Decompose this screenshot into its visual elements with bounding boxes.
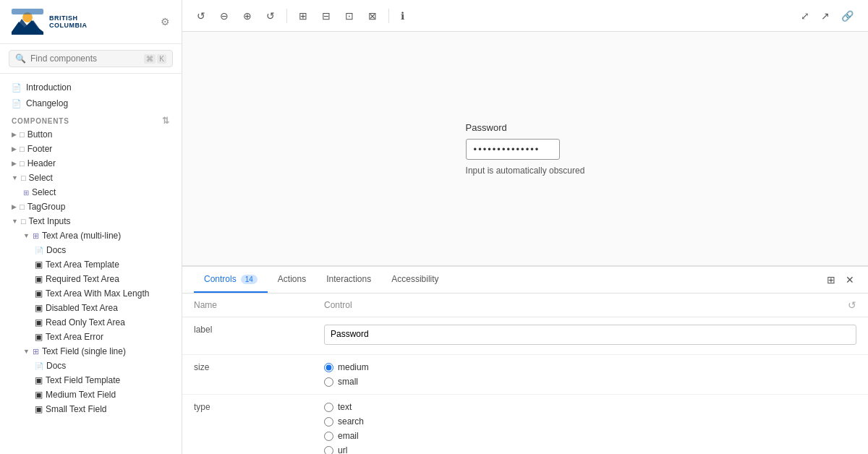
sidebar-subitem-textarea-maxlength[interactable]: ▣ Text Area With Max Length: [23, 286, 182, 301]
tab-controls[interactable]: Controls 14: [194, 267, 268, 293]
grid-view-icon[interactable]: ⊞: [825, 272, 838, 288]
preview-field-label: Password: [466, 122, 507, 133]
external-link-icon[interactable]: ↗: [818, 7, 833, 25]
table-row: type text search: [182, 395, 868, 455]
table-row: label Password: [182, 317, 868, 355]
preview-content: Password Input is automatically obscured: [466, 122, 585, 176]
control-name-size: size: [182, 355, 312, 395]
sidebar: BRITISH COLUMBIA ⚙ 🔍 ⌘ K 📄 Introduction …: [0, 0, 182, 454]
toolbar-separator: [286, 9, 287, 23]
sidebar-subitem-medium-textfield[interactable]: ▣ Medium Text Field: [23, 387, 182, 402]
chevron-right-icon: ▶: [12, 131, 17, 138]
search-input[interactable]: [30, 53, 140, 64]
logo: BRITISH COLUMBIA: [12, 9, 88, 35]
zoom-in-icon[interactable]: ⊕: [240, 7, 255, 25]
link-icon[interactable]: 🔗: [838, 7, 856, 25]
sidebar-item-introduction[interactable]: 📄 Introduction: [0, 80, 182, 95]
table-row: size medium small: [182, 355, 868, 395]
sidebar-item-select[interactable]: ▼ □ Select: [0, 171, 182, 185]
sidebar-subitem-readonly-textarea[interactable]: ▣ Read Only Text Area: [23, 315, 182, 330]
tab-actions[interactable]: Actions: [268, 267, 316, 293]
type-radio-text[interactable]: [324, 403, 333, 412]
search-input-wrap[interactable]: 🔍 ⌘ K: [9, 50, 173, 67]
sidebar-subitem-textarea-error[interactable]: ▣ Text Area Error: [23, 330, 182, 344]
sidebar-subitem-disabled-textarea[interactable]: ▣ Disabled Text Area: [23, 301, 182, 315]
toolbar: ↺ ⊖ ⊕ ↺ ⊞ ⊟ ⊡ ⊠ ℹ ⤢ ↗ 🔗: [182, 0, 868, 32]
size-option-medium[interactable]: medium: [324, 362, 856, 372]
sidebar-item-taggroup[interactable]: ▶ □ TagGroup: [0, 200, 182, 214]
tab-accessibility[interactable]: Accessibility: [381, 267, 448, 293]
sidebar-nav: 📄 Introduction 📄 Changelog COMPONENTS ⇅ …: [0, 74, 182, 454]
controls-tabs-right: ⊞ ✕: [825, 272, 856, 288]
page-icon: ▣: [35, 404, 43, 414]
close-controls-icon[interactable]: ✕: [843, 272, 856, 288]
sidebar-item-textfield-singleline[interactable]: ▼ ⊞ Text Field (single line): [12, 344, 182, 359]
controls-table: Name Control ↺ label: [182, 294, 868, 454]
zoom-fit-icon[interactable]: ↺: [263, 7, 278, 25]
folder-icon: □: [20, 130, 25, 139]
sidebar-item-textarea-multiline[interactable]: ▼ ⊞ Text Area (multi-line): [12, 228, 182, 243]
size-option-small[interactable]: small: [324, 377, 856, 387]
type-radio-email[interactable]: [324, 432, 333, 441]
page-icon: ▣: [35, 260, 43, 270]
size-radio-small[interactable]: [324, 377, 333, 387]
folder-icon: □: [20, 145, 25, 153]
type-option-email[interactable]: email: [324, 431, 856, 441]
components-section: COMPONENTS ⇅: [0, 111, 182, 127]
expand-icon[interactable]: ⤢: [798, 7, 812, 25]
settings-icon[interactable]: ⚙: [161, 16, 170, 27]
controls-badge: 14: [241, 275, 258, 284]
col-control: Control ↺: [312, 294, 868, 317]
sidebar-subitem-textfield-template[interactable]: ▣ Text Field Template: [23, 373, 182, 387]
page-icon: ▣: [35, 390, 43, 400]
sidebar-item-text-inputs[interactable]: ▼ □ Text Inputs: [0, 214, 182, 228]
tab-interactions[interactable]: Interactions: [316, 267, 381, 293]
list-icon[interactable]: ⊡: [342, 7, 357, 25]
control-name-label: label: [182, 317, 312, 355]
folder-icon: □: [21, 174, 26, 182]
sidebar-subitem-required-textarea[interactable]: ▣ Required Text Area: [23, 272, 182, 286]
type-option-search[interactable]: search: [324, 416, 856, 427]
sidebar-subitem-textarea-template[interactable]: ▣ Text Area Template: [23, 257, 182, 272]
reset-all-icon[interactable]: ↺: [848, 299, 856, 311]
sidebar-subitem-select[interactable]: ⊞ Select: [0, 185, 182, 200]
controls-body: Name Control ↺ label: [182, 294, 868, 454]
info-icon[interactable]: ℹ: [398, 7, 407, 25]
type-option-url[interactable]: url: [324, 445, 856, 454]
component-icon: ⊞: [33, 347, 39, 356]
sidebar-subitem-textarea-docs[interactable]: 📄 Docs: [23, 243, 182, 257]
controls-tabs: Controls 14 Actions Interactions Accessi…: [182, 267, 868, 294]
control-value-label: Password: [312, 317, 868, 355]
preview-password-input[interactable]: [466, 139, 560, 160]
sidebar-item-changelog[interactable]: 📄 Changelog: [0, 95, 182, 111]
table-icon[interactable]: ⊠: [365, 7, 380, 25]
col-name: Name: [182, 294, 312, 317]
controls-tabs-left: Controls 14 Actions Interactions Accessi…: [194, 267, 449, 293]
size-radio-medium[interactable]: [324, 363, 333, 372]
page-icon: ▣: [35, 332, 43, 342]
sidebar-item-footer[interactable]: ▶ □ Footer: [0, 142, 182, 156]
chevron-down-icon: ▼: [23, 232, 30, 239]
zoom-out-icon[interactable]: ⊖: [217, 7, 231, 25]
sort-icon[interactable]: ⇅: [162, 116, 170, 126]
grid-icon[interactable]: ⊞: [296, 7, 310, 25]
sidebar-subitem-textfield-docs[interactable]: 📄 Docs: [23, 359, 182, 373]
sidebar-subitem-small-textfield[interactable]: ▣ Small Text Field: [23, 402, 182, 416]
search-icon: 🔍: [15, 53, 26, 64]
sidebar-item-header[interactable]: ▶ □ Header: [0, 156, 182, 171]
svg-rect-4: [12, 9, 43, 14]
label-input[interactable]: Password: [324, 325, 856, 345]
type-radio-url[interactable]: [324, 446, 333, 455]
reset-icon[interactable]: ↺: [194, 7, 208, 25]
sidebar-item-button[interactable]: ▶ □ Button: [0, 127, 182, 142]
page-icon: ▣: [35, 303, 43, 313]
chevron-right-icon: ▶: [12, 203, 17, 210]
preview-hint: Input is automatically obscured: [466, 166, 585, 176]
type-radio-search[interactable]: [324, 417, 333, 427]
page-icon: ▣: [35, 317, 43, 327]
grid-small-icon[interactable]: ⊟: [319, 7, 333, 25]
type-option-text[interactable]: text: [324, 402, 856, 412]
folder-icon: □: [21, 217, 26, 226]
control-value-size: medium small: [312, 355, 868, 395]
preview-input-wrap: [466, 139, 560, 160]
